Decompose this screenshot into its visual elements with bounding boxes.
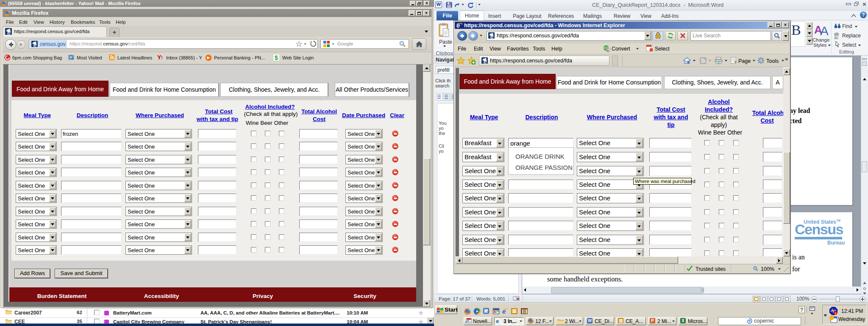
svg-text:A: A [820, 24, 828, 37]
svg-text:!: ! [835, 312, 836, 315]
svg-text:A: A [607, 49, 609, 52]
